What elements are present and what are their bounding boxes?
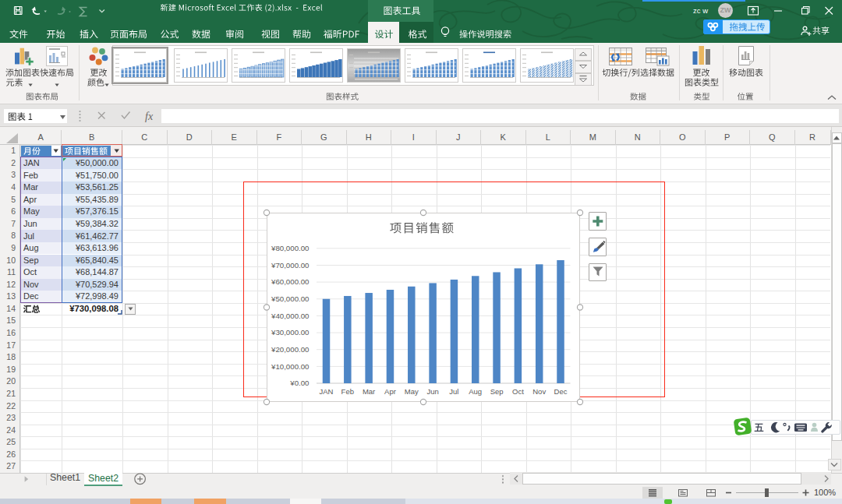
svg-text:¥60,000.00: ¥60,000.00 bbox=[271, 277, 310, 286]
svg-text:JAN: JAN bbox=[320, 387, 334, 396]
svg-text:Apr: Apr bbox=[384, 387, 396, 396]
svg-text:Jul: Jul bbox=[449, 387, 458, 396]
svg-text:fx: fx bbox=[145, 111, 154, 122]
svg-text:¥50,000.00: ¥50,000.00 bbox=[271, 294, 310, 303]
svg-text:¥30,000.00: ¥30,000.00 bbox=[271, 328, 310, 337]
svg-text:Oct: Oct bbox=[512, 387, 524, 396]
svg-text:¥20,000.00: ¥20,000.00 bbox=[271, 345, 310, 354]
svg-text:May: May bbox=[405, 387, 419, 396]
svg-text:¥40,000.00: ¥40,000.00 bbox=[271, 312, 310, 320]
svg-text:¥80,000.00: ¥80,000.00 bbox=[271, 244, 310, 252]
svg-text:Sep: Sep bbox=[490, 387, 504, 396]
svg-text:¥10,000.00: ¥10,000.00 bbox=[271, 362, 310, 371]
svg-text:Aug: Aug bbox=[469, 387, 482, 396]
svg-text:Mar: Mar bbox=[363, 387, 375, 396]
svg-text:Jun: Jun bbox=[426, 387, 438, 396]
svg-text:¥0.00: ¥0.00 bbox=[289, 379, 310, 387]
svg-text:Nov: Nov bbox=[532, 387, 546, 396]
svg-text:Feb: Feb bbox=[341, 387, 354, 396]
svg-text:Dec: Dec bbox=[554, 387, 568, 396]
svg-text:¥70,000.00: ¥70,000.00 bbox=[271, 261, 310, 270]
